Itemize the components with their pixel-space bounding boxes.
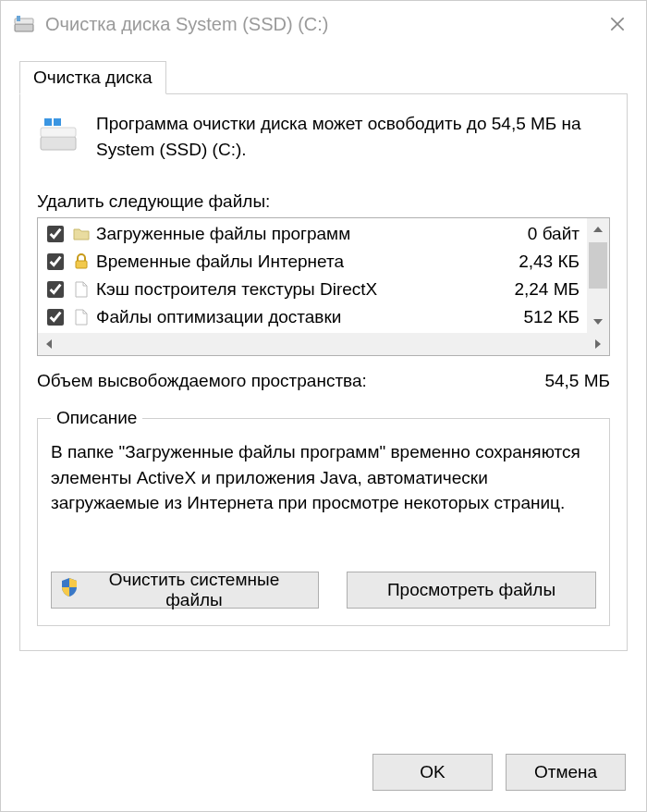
dialog-footer: OK Отмена	[1, 741, 646, 811]
scroll-thumb[interactable]	[589, 242, 607, 289]
scroll-up-arrow[interactable]	[587, 218, 609, 240]
file-size: 0 байт	[487, 224, 587, 244]
list-item[interactable]: Временные файлы Интернета 2,43 КБ	[38, 248, 587, 276]
chevron-down-icon	[593, 319, 603, 325]
file-name: Кэш построителя текстуры DirectX	[96, 279, 482, 300]
file-icon	[72, 280, 91, 299]
close-button[interactable]	[596, 6, 639, 43]
delete-files-label: Удалить следующие файлы:	[37, 191, 610, 212]
svg-rect-5	[41, 137, 76, 150]
close-icon	[610, 17, 625, 31]
scroll-down-arrow[interactable]	[587, 311, 609, 333]
svg-rect-8	[54, 118, 61, 126]
vertical-scrollbar[interactable]	[587, 218, 609, 333]
chevron-right-icon	[595, 339, 601, 349]
clean-system-files-label: Очистить системные файлы	[83, 570, 305, 610]
tab-strip: Очистка диска	[19, 61, 628, 94]
window-title: Очистка диска System (SSD) (C:)	[45, 14, 596, 35]
horizontal-scrollbar[interactable]	[38, 333, 609, 355]
list-item[interactable]: Загруженные файлы программ 0 байт	[38, 220, 587, 248]
cancel-label: Отмена	[534, 762, 597, 782]
freed-space-row: Объем высвобождаемого пространства: 54,5…	[37, 371, 610, 391]
svg-rect-6	[41, 128, 76, 137]
file-name: Файлы оптимизации доставки	[96, 307, 482, 327]
svg-rect-2	[17, 16, 20, 21]
intro: Программа очистки диска может освободить…	[37, 111, 610, 162]
chevron-left-icon	[46, 339, 52, 349]
list-item[interactable]: Файлы оптимизации доставки 512 КБ	[38, 303, 587, 331]
titlebar: Очистка диска System (SSD) (C:)	[1, 1, 646, 47]
file-checkbox[interactable]	[47, 226, 64, 242]
file-list-box: Загруженные файлы программ 0 байт Времен…	[37, 217, 610, 356]
file-checkbox[interactable]	[47, 253, 64, 270]
file-name: Загруженные файлы программ	[96, 224, 482, 244]
cancel-button[interactable]: Отмена	[506, 754, 626, 791]
file-checkbox[interactable]	[47, 309, 64, 326]
dialog-window: Очистка диска System (SSD) (C:) Очистка …	[0, 0, 647, 812]
svg-rect-7	[44, 118, 52, 126]
chevron-up-icon	[593, 227, 603, 232]
svg-rect-0	[15, 24, 33, 31]
file-icon	[72, 308, 91, 326]
file-size: 512 КБ	[487, 307, 587, 327]
shield-icon	[61, 578, 78, 601]
file-size: 2,24 МБ	[487, 279, 587, 300]
scroll-left-arrow[interactable]	[38, 333, 60, 355]
freed-space-label: Объем высвобождаемого пространства:	[37, 371, 367, 391]
file-name: Временные файлы Интернета	[96, 252, 482, 272]
intro-text: Программа очистки диска может освободить…	[96, 111, 610, 162]
lock-icon	[72, 252, 91, 271]
dialog-body: Очистка диска Программа очистки диска мо…	[1, 47, 646, 741]
description-group: Описание В папке "Загруженные файлы прог…	[37, 408, 610, 626]
svg-rect-9	[76, 261, 87, 268]
clean-system-files-button[interactable]: Очистить системные файлы	[51, 572, 319, 609]
file-list[interactable]: Загруженные файлы программ 0 байт Времен…	[38, 218, 587, 333]
freed-space-value: 54,5 МБ	[544, 371, 610, 391]
file-checkbox[interactable]	[47, 281, 64, 298]
view-files-label: Просмотреть файлы	[387, 580, 555, 600]
tab-disk-cleanup[interactable]: Очистка диска	[19, 61, 166, 94]
drive-cleanup-icon	[12, 12, 36, 36]
view-files-button[interactable]: Просмотреть файлы	[347, 572, 596, 609]
list-item[interactable]: Кэш построителя текстуры DirectX 2,24 МБ	[38, 276, 587, 303]
ok-label: OK	[420, 762, 445, 782]
file-size: 2,43 КБ	[487, 252, 587, 272]
description-text: В папке "Загруженные файлы программ" вре…	[51, 439, 596, 516]
scroll-right-arrow[interactable]	[587, 333, 609, 355]
folder-icon	[72, 225, 91, 243]
tab-content: Программа очистки диска может освободить…	[19, 93, 628, 651]
drive-icon	[37, 113, 79, 155]
ok-button[interactable]: OK	[372, 754, 493, 791]
description-legend: Описание	[51, 408, 142, 428]
